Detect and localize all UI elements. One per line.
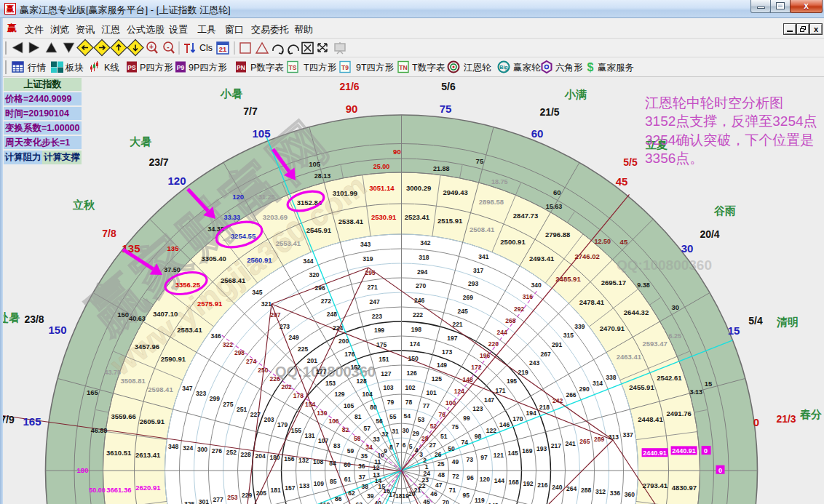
svg-text:248: 248 — [327, 311, 337, 318]
svg-text:Big: Big — [499, 65, 507, 71]
svg-text:173: 173 — [442, 348, 452, 356]
svg-text:27: 27 — [429, 441, 436, 449]
svg-text:98: 98 — [475, 433, 482, 440]
svg-text:346: 346 — [211, 332, 221, 340]
svg-text:90: 90 — [346, 103, 358, 115]
svg-text:5: 5 — [409, 443, 413, 450]
svg-text:172: 172 — [471, 364, 481, 371]
svg-text:35: 35 — [360, 452, 368, 460]
svg-text:297: 297 — [270, 311, 280, 319]
svg-text:165: 165 — [23, 415, 41, 428]
svg-text:3101.99: 3101.99 — [333, 189, 357, 197]
svg-text:336: 336 — [610, 489, 620, 497]
svg-text:4830.97: 4830.97 — [672, 484, 697, 492]
svg-text:T9: T9 — [341, 64, 349, 71]
svg-text:2470.91: 2470.91 — [600, 324, 625, 332]
svg-text:135: 135 — [167, 244, 180, 252]
svg-text:21: 21 — [219, 45, 227, 53]
svg-text:清明: 清明 — [776, 316, 799, 328]
svg-text:179: 179 — [277, 421, 288, 428]
svg-text:250: 250 — [258, 367, 268, 374]
svg-text:62: 62 — [348, 489, 355, 497]
svg-text:2: 2 — [423, 457, 427, 464]
svg-text:2500.91: 2500.91 — [500, 238, 526, 246]
svg-text:40.63: 40.63 — [129, 315, 146, 322]
svg-text:15.63: 15.63 — [546, 203, 563, 210]
svg-text:43.75: 43.75 — [104, 369, 121, 376]
svg-text:21.88: 21.88 — [433, 165, 450, 172]
svg-text:301: 301 — [199, 498, 209, 504]
svg-text:202: 202 — [282, 383, 292, 391]
svg-text:86: 86 — [335, 495, 342, 503]
svg-text:5/5: 5/5 — [623, 156, 638, 168]
svg-text:320: 320 — [309, 271, 319, 279]
svg-text:18.75: 18.75 — [491, 178, 508, 185]
svg-text:293: 293 — [468, 280, 478, 287]
svg-text:8: 8 — [389, 444, 393, 451]
svg-text:立秋: 立秋 — [72, 199, 95, 211]
svg-text:2796.88: 2796.88 — [545, 231, 570, 239]
svg-text:TS: TS — [289, 64, 297, 71]
svg-text:155: 155 — [291, 427, 301, 434]
svg-text:156: 156 — [284, 455, 294, 463]
svg-text:2440.91: 2440.91 — [643, 449, 667, 457]
svg-text:21/5: 21/5 — [539, 106, 559, 118]
svg-text:21/6: 21/6 — [339, 81, 359, 92]
svg-text:P9: P9 — [177, 64, 185, 71]
svg-text:大暑: 大暑 — [130, 135, 151, 148]
svg-text:119: 119 — [475, 497, 485, 504]
svg-text:314: 314 — [593, 380, 603, 387]
svg-text:30: 30 — [402, 427, 409, 434]
svg-text:103: 103 — [383, 384, 393, 391]
svg-text:193: 193 — [536, 445, 547, 452]
svg-text:赢家服务: 赢家服务 — [598, 63, 634, 73]
svg-text:T四方形: T四方形 — [304, 63, 337, 73]
svg-text:106: 106 — [328, 417, 338, 425]
svg-text:105: 105 — [252, 127, 270, 140]
svg-text:26: 26 — [435, 451, 442, 458]
svg-text:272: 272 — [321, 297, 331, 305]
svg-text:2746.02: 2746.02 — [575, 252, 600, 260]
svg-text:273: 273 — [280, 323, 290, 330]
svg-text:9.38: 9.38 — [637, 281, 650, 289]
svg-text:150: 150 — [48, 324, 66, 336]
svg-text:赢家轮: 赢家轮 — [513, 63, 541, 73]
svg-text:299: 299 — [210, 395, 220, 402]
svg-text:149: 149 — [437, 361, 447, 369]
svg-text:340: 340 — [531, 281, 542, 289]
svg-text:316: 316 — [523, 293, 533, 300]
svg-text:220: 220 — [488, 340, 499, 348]
svg-text:75: 75 — [452, 423, 459, 431]
svg-text:57: 57 — [364, 425, 371, 432]
svg-text:2493.41: 2493.41 — [529, 255, 555, 263]
svg-text:QQ:100800360: QQ:100800360 — [617, 257, 712, 273]
svg-text:205: 205 — [256, 489, 266, 497]
svg-text:T数字表: T数字表 — [412, 63, 445, 73]
svg-text:219: 219 — [518, 369, 528, 376]
svg-text:3610.51: 3610.51 — [106, 449, 132, 457]
svg-text:24: 24 — [424, 470, 431, 477]
svg-text:7/8: 7/8 — [102, 228, 116, 239]
svg-text:30: 30 — [671, 303, 679, 311]
svg-text:199: 199 — [374, 327, 384, 334]
svg-text:47: 47 — [435, 481, 443, 489]
svg-text:74: 74 — [461, 439, 469, 446]
svg-text:2463.41: 2463.41 — [617, 353, 642, 361]
svg-text:319: 319 — [363, 255, 373, 263]
svg-text:2568.41: 2568.41 — [221, 276, 246, 284]
svg-text:7/7: 7/7 — [243, 105, 258, 117]
svg-text:春分: 春分 — [799, 408, 822, 420]
svg-text:2491.76: 2491.76 — [667, 409, 692, 417]
svg-text:313: 313 — [609, 433, 619, 441]
svg-text:90: 90 — [393, 148, 401, 156]
svg-text:79: 79 — [387, 399, 395, 406]
svg-text:2485.91: 2485.91 — [555, 275, 581, 283]
svg-text:100: 100 — [445, 399, 456, 407]
svg-text:338: 338 — [606, 374, 616, 381]
svg-text:146: 146 — [499, 421, 510, 428]
svg-text:123: 123 — [472, 405, 483, 412]
svg-text:290: 290 — [579, 385, 590, 393]
svg-text:49: 49 — [452, 458, 459, 465]
svg-text:271: 271 — [368, 284, 378, 291]
svg-text:298: 298 — [234, 349, 245, 356]
